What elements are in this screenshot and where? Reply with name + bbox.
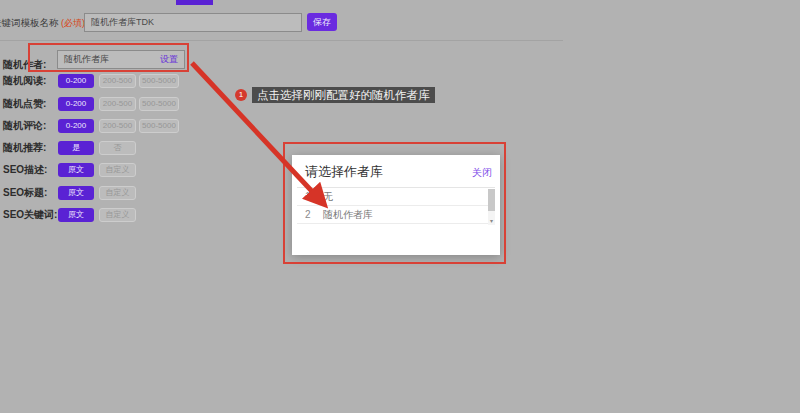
form-row-label: 随机点赞: [3, 97, 46, 111]
option-button[interactable]: 0-200 [58, 74, 94, 88]
scroll-down-icon[interactable]: ▾ [488, 217, 495, 225]
option-button[interactable]: 原文 [58, 186, 94, 200]
modal-close-link[interactable]: 关闭 [472, 166, 492, 180]
form-row-label: SEO关键词: [3, 208, 57, 222]
option-button[interactable]: 500-5000 [139, 119, 179, 133]
scrollbar-thumb[interactable] [488, 189, 495, 211]
author-picker-modal: 请选择作者库 关闭 1无2随机作者库 ▾ [292, 155, 500, 255]
option-button[interactable]: 0-200 [58, 97, 94, 111]
author-list-item-name: 无 [323, 188, 333, 205]
template-name-label: 关键词模板名称 [0, 17, 59, 30]
form-row-label: 随机评论: [3, 119, 46, 133]
settings-link[interactable]: 设置 [160, 53, 178, 66]
option-button[interactable]: 500-5000 [139, 74, 179, 88]
option-button[interactable]: 自定义 [99, 186, 136, 200]
modal-title: 请选择作者库 [305, 163, 383, 181]
option-button[interactable]: 0-200 [58, 119, 94, 133]
author-list: 1无2随机作者库 ▾ [297, 187, 495, 226]
screen: 关键词模板名称 (必填) 保存 随机作者: 随机作者库 设置 随机阅读:0-20… [0, 0, 800, 413]
form-row-label: SEO标题: [3, 186, 47, 200]
author-list-item-index: 2 [297, 206, 323, 223]
author-select-box[interactable]: 随机作者库 设置 [57, 50, 185, 69]
form-row-label: 随机推荐: [3, 141, 46, 155]
scrollbar[interactable]: ▾ [488, 189, 495, 225]
option-button[interactable]: 500-5000 [139, 97, 179, 111]
author-list-item[interactable]: 2随机作者库 [297, 206, 495, 224]
top-partial-button[interactable] [176, 0, 213, 5]
author-list-item-index: 1 [297, 188, 323, 205]
random-author-label: 随机作者: [3, 58, 46, 72]
option-button[interactable]: 是 [58, 141, 94, 155]
option-button[interactable]: 200-500 [99, 74, 136, 88]
required-hint: (必填) [61, 17, 85, 30]
author-list-items: 1无2随机作者库 [297, 188, 495, 224]
author-list-item-name: 随机作者库 [323, 206, 373, 223]
option-button[interactable]: 原文 [58, 208, 94, 222]
form-row-label: 随机阅读: [3, 74, 46, 88]
option-button[interactable]: 200-500 [99, 119, 136, 133]
template-name-input[interactable] [84, 13, 302, 32]
option-button[interactable]: 自定义 [99, 163, 136, 177]
save-button[interactable]: 保存 [307, 13, 337, 31]
author-list-item[interactable]: 1无 [297, 188, 495, 206]
option-button[interactable]: 200-500 [99, 97, 136, 111]
author-box-value: 随机作者库 [64, 53, 109, 66]
option-button[interactable]: 自定义 [99, 208, 136, 222]
option-button[interactable]: 原文 [58, 163, 94, 177]
step-1-badge: 1 [235, 89, 247, 101]
form-row-label: SEO描述: [3, 163, 47, 177]
option-button[interactable]: 否 [99, 141, 136, 155]
tooltip: 点击选择刚刚配置好的随机作者库 [252, 87, 435, 103]
header-divider [0, 40, 563, 41]
